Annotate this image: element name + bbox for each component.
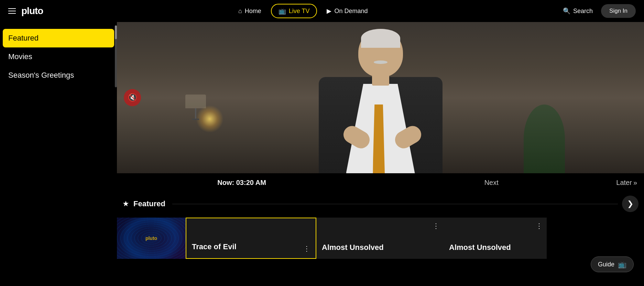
guide-icon: 📺 bbox=[618, 260, 626, 268]
header-left: pluto bbox=[8, 6, 43, 16]
nav-live-tv[interactable]: 📺 Live TV bbox=[271, 4, 317, 18]
person-hair bbox=[361, 29, 400, 48]
chevron-right-icon: ❯ bbox=[627, 199, 633, 208]
header: pluto ⌂ Home 📺 Live TV ▶ On Demand 🔍 Sea… bbox=[0, 0, 644, 22]
trace-of-evil-title: Trace of Evil bbox=[192, 242, 310, 251]
almost-unsolved-2-title: Almost Unsolved bbox=[449, 243, 541, 252]
channel-card-almost-unsolved-1[interactable]: Almost Unsolved ⋮ bbox=[316, 218, 444, 259]
almost-unsolved-1-more-icon[interactable]: ⋮ bbox=[433, 222, 439, 230]
guide-label: Guide bbox=[598, 261, 614, 268]
section-next-arrow[interactable]: ❯ bbox=[622, 196, 638, 212]
guide-button[interactable]: Guide 📺 bbox=[591, 256, 634, 272]
content-area: 🔇 Now: 03:20 AM Next Later » ★ Featured bbox=[117, 22, 644, 286]
sidebar-item-seasons-greetings[interactable]: Season's Greetings bbox=[0, 66, 117, 85]
mute-button[interactable]: 🔇 bbox=[124, 89, 141, 106]
person-mustache bbox=[374, 60, 388, 64]
video-player[interactable]: 🔇 bbox=[117, 22, 644, 173]
section-star-icon: ★ bbox=[122, 199, 129, 208]
person-head bbox=[358, 29, 403, 77]
channel-card-almost-unsolved-2[interactable]: Almost Unsolved ⋮ bbox=[444, 218, 547, 259]
sidebar: Featured Movies Season's Greetings bbox=[0, 22, 117, 286]
now-time: Now: 03:20 AM bbox=[117, 179, 367, 187]
nav-home[interactable]: ⌂ Home bbox=[231, 5, 268, 18]
video-scene bbox=[117, 22, 644, 173]
channel-card-trace-of-evil[interactable]: Trace of Evil ⋮ bbox=[186, 218, 316, 259]
trace-of-evil-more-icon[interactable]: ⋮ bbox=[303, 244, 310, 253]
almost-unsolved-1-title: Almost Unsolved bbox=[322, 243, 438, 252]
mute-icon: 🔇 bbox=[128, 93, 137, 102]
main-nav: ⌂ Home 📺 Live TV ▶ On Demand bbox=[43, 4, 563, 18]
lamp-shape bbox=[185, 95, 206, 122]
search-icon: 🔍 bbox=[563, 7, 570, 15]
featured-section: ★ Featured ❯ pluto Trace of E bbox=[117, 192, 644, 259]
signin-button[interactable]: Sign In bbox=[601, 4, 636, 18]
menu-icon[interactable] bbox=[8, 8, 16, 14]
channel-thumb-bg: pluto bbox=[117, 218, 186, 259]
main-layout: Featured Movies Season's Greetings bbox=[0, 22, 644, 286]
sidebar-item-featured[interactable]: Featured bbox=[3, 29, 114, 47]
home-icon: ⌂ bbox=[238, 8, 242, 15]
pluto-logo-small: pluto bbox=[145, 235, 157, 241]
header-right: 🔍 Search Sign In bbox=[563, 4, 636, 18]
section-title: Featured bbox=[133, 199, 165, 208]
section-divider bbox=[172, 204, 618, 204]
later-button[interactable]: Later » bbox=[616, 179, 644, 187]
section-header: ★ Featured ❯ bbox=[117, 196, 644, 218]
almost-unsolved-2-more-icon[interactable]: ⋮ bbox=[536, 222, 543, 230]
tv-icon: 📺 bbox=[279, 7, 286, 15]
person-tie bbox=[373, 104, 385, 173]
time-bar: Now: 03:20 AM Next Later » bbox=[117, 173, 644, 192]
pluto-logo: pluto bbox=[21, 6, 43, 16]
plant-shape bbox=[524, 104, 565, 173]
search-button[interactable]: 🔍 Search bbox=[563, 7, 593, 15]
play-icon: ▶ bbox=[327, 7, 331, 15]
channels-row: pluto Trace of Evil ⋮ Almost Unsolved ⋮ … bbox=[117, 218, 644, 259]
sidebar-item-movies[interactable]: Movies bbox=[0, 47, 117, 66]
channel-card-thumbnail[interactable]: pluto bbox=[117, 218, 186, 259]
later-arrows-icon: » bbox=[633, 179, 637, 187]
next-label[interactable]: Next bbox=[367, 179, 616, 187]
nav-on-demand[interactable]: ▶ On Demand bbox=[320, 4, 374, 18]
